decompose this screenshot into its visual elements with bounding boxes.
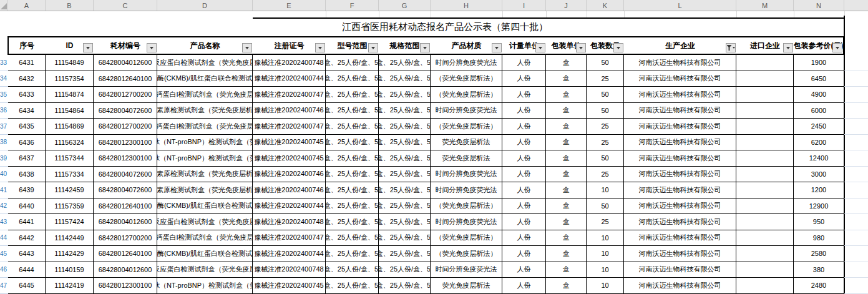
row-number-37[interactable]: 37 — [0, 119, 8, 135]
cell-J34[interactable]: 盒 — [546, 71, 587, 87]
cell-N35[interactable]: 4900 — [794, 87, 844, 103]
filter-dropdown-button-pack_unit[interactable] — [576, 43, 586, 52]
filter-active-button-manufacturer[interactable] — [726, 43, 736, 52]
cell-M33[interactable] — [736, 55, 794, 71]
cell-H46[interactable]: 时间分辨免疫荧光法 — [431, 262, 502, 278]
cell-N33[interactable]: 1900 — [794, 55, 844, 71]
cell-C38[interactable]: 68428012300100 — [94, 135, 157, 151]
cell-L46[interactable]: 河南沃迈生物科技有限公司 — [624, 262, 736, 278]
filter-dropdown-button-name[interactable] — [242, 43, 252, 52]
cell-G35[interactable]: /盒、25人份/盒、50 — [379, 87, 431, 103]
cell-I46[interactable]: 人份 — [502, 262, 546, 278]
cell-H42[interactable]: （荧光免疫层析法） — [431, 198, 502, 215]
cell-N41[interactable]: 1200 — [794, 182, 844, 198]
cell-J44[interactable]: 盒 — [546, 230, 587, 247]
cell-K47[interactable]: 10 — [587, 278, 624, 294]
cell-M47[interactable] — [736, 278, 794, 294]
cell-B44[interactable]: 11142449 — [46, 230, 94, 247]
cell-G44[interactable]: /盒、25人份/盒、50 — [379, 230, 431, 247]
cell-C33[interactable]: 68428004012600 — [94, 55, 157, 71]
cell-H34[interactable]: （荧光免疫层析法） — [431, 71, 502, 87]
cell-H39[interactable]: 荧光免疫层析法 — [431, 150, 502, 167]
cell-B45[interactable]: 11142429 — [46, 246, 94, 262]
cell-E40[interactable]: 豫械注准20202400746 — [253, 167, 326, 183]
column-letter-K[interactable]: K — [587, 0, 624, 11]
cell-K44[interactable]: 10 — [587, 230, 624, 247]
cell-I45[interactable]: 人份 — [502, 246, 546, 262]
cell-E43[interactable]: 豫械注准20202400748 — [253, 214, 326, 230]
cell-B38[interactable]: 11156324 — [46, 135, 94, 151]
cell-K34[interactable]: 25 — [587, 71, 624, 87]
cell-C40[interactable]: 68428004072600 — [94, 167, 157, 183]
cell-A38[interactable]: 6436 — [8, 135, 46, 151]
column-letter-M[interactable]: M — [736, 0, 794, 11]
cell-K46[interactable]: 10 — [587, 262, 624, 278]
cell-L44[interactable]: 河南沃迈生物科技有限公司 — [624, 230, 736, 247]
cell-F45[interactable]: /盒、25人份/盒、50 — [326, 246, 379, 262]
cell-N45[interactable]: 2580 — [794, 246, 844, 262]
cell-F46[interactable]: /盒、25人份/盒、50 — [326, 262, 379, 278]
column-letter-D[interactable]: D — [157, 0, 253, 11]
cell-E37[interactable]: 豫械注准20202400747 — [253, 119, 326, 135]
cell-B39[interactable]: 11157344 — [46, 150, 94, 167]
cell-B47[interactable]: 11142419 — [46, 278, 94, 294]
cell-A44[interactable]: 6442 — [8, 230, 46, 247]
cell-A42[interactable]: 6440 — [8, 198, 46, 215]
cell-E46[interactable]: 豫械注准20202400748 — [253, 262, 326, 278]
cell-J36[interactable]: 盒 — [546, 103, 587, 119]
cell-B41[interactable]: 11142459 — [46, 182, 94, 198]
cell-M42[interactable] — [736, 198, 794, 215]
cell-M39[interactable] — [736, 150, 794, 167]
cell-H40[interactable]: 时间分辨免疫荧光法 — [431, 167, 502, 183]
cell-H38[interactable]: 荧光免疫层析法 — [431, 135, 502, 151]
cell-L39[interactable]: 河南沃迈生物科技有限公司 — [624, 150, 736, 167]
cell-A41[interactable]: 6439 — [8, 182, 46, 198]
cell-I39[interactable]: 人份 — [502, 150, 546, 167]
cell-H41[interactable]: 时间分辨免疫荧光法 — [431, 182, 502, 198]
cell-I37[interactable]: 人份 — [502, 119, 546, 135]
column-letter-H[interactable]: H — [431, 0, 502, 11]
cell-C37[interactable]: 68428012700200 — [94, 119, 157, 135]
cell-D34[interactable]: 工酶(CKMB)/肌红蛋白联合检测试剂 — [157, 71, 253, 87]
cell-B35[interactable]: 11154874 — [46, 87, 94, 103]
column-letter-F[interactable]: F — [326, 0, 379, 11]
cell-K42[interactable]: 50 — [587, 198, 624, 215]
cell-M35[interactable] — [736, 87, 794, 103]
cell-F34[interactable]: /盒、25人份/盒、50 — [326, 71, 379, 87]
cell-D44[interactable]: 钙蛋白I检测试剂盒（荧光免疫层 — [157, 230, 253, 247]
cell-H35[interactable]: （荧光免疫层析法） — [431, 87, 502, 103]
column-letter-G[interactable]: G — [379, 0, 431, 11]
cell-C41[interactable]: 68428004072600 — [94, 182, 157, 198]
cell-I42[interactable]: 人份 — [502, 198, 546, 215]
filter-dropdown-button-pack_qty[interactable] — [613, 43, 623, 52]
cell-E33[interactable]: 豫械注准20202400748 — [253, 55, 326, 71]
cell-A40[interactable]: 6438 — [8, 167, 46, 183]
cell-N36[interactable]: 6000 — [794, 103, 844, 119]
cell-J45[interactable]: 盒 — [546, 246, 587, 262]
filter-dropdown-button-id[interactable] — [83, 43, 93, 52]
cell-K45[interactable]: 10 — [587, 246, 624, 262]
cell-N47[interactable]: 2480 — [794, 278, 844, 294]
cell-A37[interactable]: 6435 — [8, 119, 46, 135]
cell-E42[interactable]: 豫械注准20202400744 — [253, 198, 326, 215]
cell-K33[interactable]: 50 — [587, 55, 624, 71]
column-letter-after-n[interactable] — [844, 0, 868, 11]
cell-K37[interactable]: 25 — [587, 119, 624, 135]
row-number-35[interactable]: 35 — [0, 87, 8, 103]
cell-B34[interactable]: 11157354 — [46, 71, 94, 87]
cell-M37[interactable] — [736, 119, 794, 135]
cell-K41[interactable]: 10 — [587, 182, 624, 198]
cell-M43[interactable] — [736, 214, 794, 230]
cell-B46[interactable]: 11140159 — [46, 262, 94, 278]
cell-E45[interactable]: 豫械注准20202400744 — [253, 246, 326, 262]
cell-J47[interactable]: 盒 — [546, 278, 587, 294]
cell-D46[interactable]: 反应蛋白检测试剂盒（荧光免疫层 — [157, 262, 253, 278]
column-letter-N[interactable]: N — [794, 0, 844, 11]
filter-dropdown-button-model[interactable] — [368, 43, 378, 52]
cell-I36[interactable]: 人份 — [502, 103, 546, 119]
cell-H45[interactable]: （荧光免疫层析法） — [431, 246, 502, 262]
cell-N40[interactable]: 3000 — [794, 167, 844, 183]
cell-I44[interactable]: 人份 — [502, 230, 546, 247]
cell-N42[interactable]: 12900 — [794, 198, 844, 215]
cell-F40[interactable]: /盒、25人份/盒、50 — [326, 167, 379, 183]
